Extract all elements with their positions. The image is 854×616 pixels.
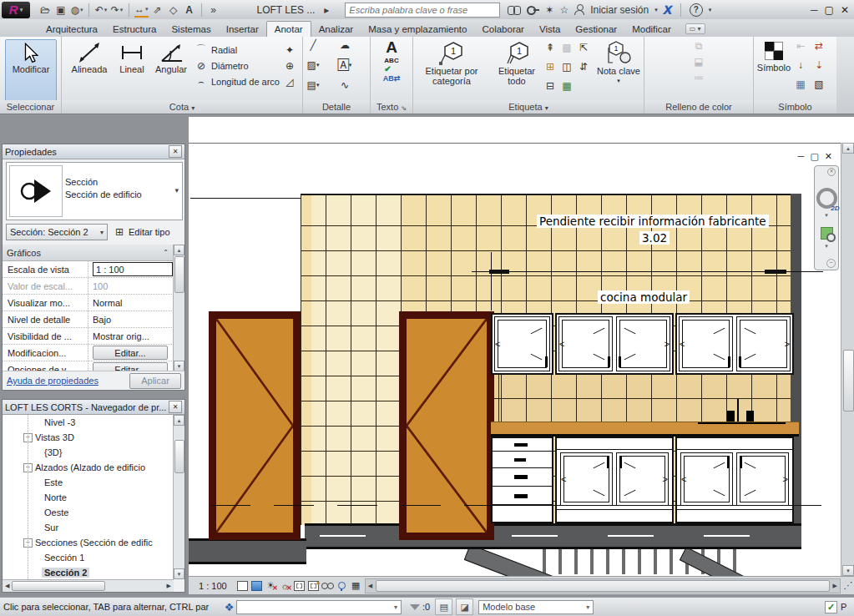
color-fill-legend-icon[interactable]: ≔: [692, 71, 705, 83]
kitchen-label[interactable]: cocina modular: [598, 290, 690, 304]
tab-insertar[interactable]: Insertar: [219, 22, 266, 37]
title-arrow-icon[interactable]: ▸: [320, 3, 333, 17]
upper-cabinet-single[interactable]: <: [491, 313, 553, 375]
note-number[interactable]: 3.02: [639, 231, 670, 245]
scrollbar-thumb[interactable]: [174, 256, 184, 293]
radial-button[interactable]: ⌒ Radial: [193, 42, 283, 58]
ribbon-state-toggle[interactable]: ▭ ▾: [685, 23, 705, 34]
tag-tool-icon[interactable]: ⇵: [577, 60, 590, 73]
angular-button[interactable]: Angular: [149, 38, 193, 89]
insulation-icon[interactable]: ∿: [338, 78, 351, 91]
browser-header[interactable]: LOFT LES CORTS - Navegador de pr... ✕: [3, 400, 184, 415]
tree-item-vistas3d[interactable]: −Vistas 3D: [3, 430, 173, 445]
search-icon[interactable]: [508, 6, 521, 14]
browser-vscrollbar[interactable]: ▲ ▼: [173, 415, 184, 579]
multi-rebar-icon[interactable]: ⇣: [812, 58, 826, 71]
zoom-region-icon[interactable]: [821, 227, 833, 240]
resize-grip-icon[interactable]: ⋰: [842, 579, 854, 593]
escala-value-field[interactable]: 1 : 100: [93, 262, 173, 276]
tab-sistemas[interactable]: Sistemas: [164, 22, 218, 37]
tree-item-norte[interactable]: Norte: [3, 490, 173, 505]
view-vscrollbar[interactable]: ▲ ▼: [841, 143, 854, 576]
tag-tool-icon[interactable]: ◫: [560, 60, 574, 73]
scroll-left-icon[interactable]: ◀: [366, 583, 375, 589]
detail-component-icon[interactable]: 🄰▾: [338, 58, 351, 71]
steering-wheel-icon[interactable]: 2D: [816, 188, 837, 209]
spell-check-icon[interactable]: ABC✔: [384, 57, 398, 73]
tab-masa[interactable]: Masa y emplazamiento: [361, 22, 474, 37]
modify-button[interactable]: Modificar: [5, 39, 57, 102]
navigation-bar[interactable]: ✕ 2D ▾ ▾ −: [814, 165, 839, 270]
tab-vista[interactable]: Vista: [532, 22, 568, 37]
property-row[interactable]: Escala de vista 1 : 100: [3, 261, 174, 278]
instance-selector-combo[interactable]: Sección: Sección 2 ▾: [6, 224, 108, 240]
editing-requests-icon[interactable]: ▤: [435, 598, 452, 615]
etiquetar-por-categoria-button[interactable]: 1 Etiquetar por categoría: [413, 38, 490, 98]
property-row[interactable]: Modificacion... Editar...: [3, 345, 174, 361]
shadows-off-icon[interactable]: ☼✕: [278, 579, 292, 593]
tree-item-oeste[interactable]: Oeste: [3, 505, 173, 520]
lower-cabinet-double[interactable]: < >: [555, 437, 674, 523]
tab-arquitectura[interactable]: Arquitectura: [38, 22, 105, 37]
panel-label-etiqueta[interactable]: Etiqueta ▾: [413, 100, 644, 114]
tag-tool-icon[interactable]: ⊟: [543, 79, 557, 92]
texto-dialog-launcher-icon[interactable]: ⇘: [401, 104, 407, 112]
view-hscrollbar[interactable]: ◀ ▶: [365, 578, 841, 593]
apply-button[interactable]: Aplicar: [129, 373, 181, 389]
view-scale[interactable]: 1 : 100: [189, 581, 235, 591]
temporary-hide-isolate-icon[interactable]: [321, 579, 335, 593]
tree-item-secciones[interactable]: −Secciones (Sección de edific: [3, 535, 173, 550]
sun-path-off-icon[interactable]: ☀✕: [264, 579, 278, 593]
revit-app-menu-button[interactable]: R▾: [2, 2, 30, 18]
view-close-icon[interactable]: ✕: [825, 151, 832, 162]
tag-tool-icon[interactable]: ▩: [560, 41, 574, 53]
exit-option-icon[interactable]: ◪: [456, 598, 473, 615]
properties-scrollbar[interactable]: ▲ ▼: [173, 245, 184, 371]
search-input[interactable]: [345, 3, 500, 18]
save-icon[interactable]: ▣: [54, 3, 68, 17]
tag-icon[interactable]: ◇: [167, 3, 180, 17]
visual-style-icon[interactable]: [235, 579, 250, 593]
countertop[interactable]: [491, 422, 799, 437]
editar-button[interactable]: Editar...: [93, 346, 168, 360]
property-group-graficos[interactable]: Gráficos ⌃: [3, 245, 174, 261]
worksets-icon[interactable]: ❖: [222, 600, 236, 613]
panel-label-texto[interactable]: Texto ⇘: [371, 100, 412, 114]
revision-cloud-icon[interactable]: ☁: [338, 38, 351, 51]
text-icon[interactable]: A: [183, 3, 196, 17]
tab-colaborar[interactable]: Colaborar: [474, 22, 532, 37]
open-icon[interactable]: 🗁: [38, 3, 52, 17]
help-dropdown-icon[interactable]: ▾: [709, 7, 712, 13]
close-button[interactable]: ✕: [841, 4, 849, 16]
properties-close-icon[interactable]: ✕: [169, 145, 182, 158]
tree-item-nivel-3[interactable]: Nivel -3: [3, 415, 173, 430]
panel-label-relleno[interactable]: Relleno de color: [644, 100, 753, 114]
detail-line-icon[interactable]: ╱: [306, 38, 320, 51]
restore-button[interactable]: ▢: [825, 4, 834, 16]
undo-icon[interactable]: ↶▾: [94, 3, 108, 17]
tree-item-sur[interactable]: Sur: [3, 520, 173, 535]
filter-icon[interactable]: [410, 604, 420, 610]
reveal-hidden-icon[interactable]: [335, 579, 349, 593]
worksets-combo[interactable]: ▾: [236, 600, 402, 614]
spot-slope-icon[interactable]: ◿: [283, 73, 296, 89]
nota-clave-button[interactable]: 1 Nota clave ▾: [595, 38, 642, 98]
tag-tool-icon[interactable]: ⊞: [543, 60, 557, 73]
property-row[interactable]: Visualizar mo... Normal: [3, 295, 174, 311]
lower-cabinet-double[interactable]: < >: [675, 437, 794, 523]
favorites-star-icon[interactable]: ☆: [559, 4, 568, 16]
shaded-view-icon[interactable]: [250, 579, 264, 593]
type-selector[interactable]: Sección Sección de edificio ▾: [6, 162, 183, 220]
redo-icon[interactable]: ↷▾: [110, 3, 124, 17]
communication-center-icon[interactable]: ✶: [545, 4, 553, 16]
show-crop-region-icon[interactable]: ●: [306, 579, 321, 593]
minimize-button[interactable]: ─: [811, 4, 818, 16]
press-drag-checkbox[interactable]: ✓: [825, 601, 837, 613]
etiquetar-todo-button[interactable]: 1 Etiquetar todo: [490, 38, 543, 98]
drawing-view[interactable]: ─ ▢ ✕: [189, 117, 854, 594]
signin-dropdown-icon[interactable]: ▾: [654, 7, 658, 13]
subscription-key-icon[interactable]: [527, 5, 539, 15]
scrollbar-thumb[interactable]: [174, 440, 184, 473]
tree-item-alzados[interactable]: −Alzados (Alzado de edificio: [3, 460, 173, 475]
exchange-apps-icon[interactable]: X: [662, 3, 674, 17]
